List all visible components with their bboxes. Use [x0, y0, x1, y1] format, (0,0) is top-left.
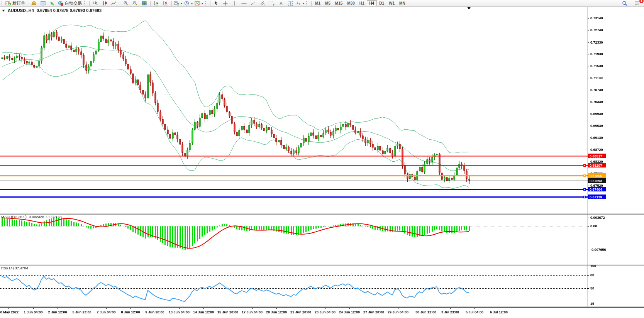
signal-icon: [50, 1, 55, 6]
chart-title-row: AUDUSD-,H4 0.67854 0.67878 0.67693 0.676…: [2, 8, 102, 13]
cursor-tool-button[interactable]: [212, 0, 221, 6]
text-tool-icon: A: [280, 1, 282, 6]
timeframe-m1-button[interactable]: M1: [313, 0, 323, 6]
macd-name: MACD(12,26,9): [1, 215, 27, 219]
tile-windows-button[interactable]: [140, 0, 149, 6]
timeframe-m15-button[interactable]: M15: [333, 0, 345, 6]
crosshair-icon: [223, 1, 228, 6]
dropdown-arrow-icon: [201, 3, 203, 4]
new-order-label: 新订单: [12, 0, 26, 6]
vertical-line-icon: [233, 1, 237, 6]
dropdown-arrow-icon: [180, 3, 183, 4]
new-order-button[interactable]: 新订单: [5, 0, 27, 6]
macd-indicator-label: MACD(12,26,9) -0.002328 -0.002163: [1, 215, 62, 219]
auto-trading-button[interactable]: 自动交易: [57, 0, 83, 6]
data-window-icon: [41, 1, 46, 6]
zoom-out-button[interactable]: [130, 0, 140, 6]
add-indicator-icon: [174, 1, 179, 6]
tile-windows-icon: [142, 1, 147, 6]
text-label-icon: T: [288, 1, 293, 6]
rsi-value: 37.4704: [15, 266, 28, 270]
notification-badge: 1: [639, 0, 644, 3]
auto-trading-icon: [58, 1, 63, 6]
cursor-icon: [214, 1, 219, 6]
arrows-icon: [296, 1, 301, 6]
gold-bars-icon: [31, 1, 37, 6]
search-icon: [622, 1, 628, 6]
horizontal-line-icon: [241, 1, 247, 6]
chart-shift-button[interactable]: [161, 0, 170, 6]
line-chart-icon: [111, 1, 117, 6]
toolbar-grip[interactable]: [205, 1, 208, 5]
chart-canvas[interactable]: [0, 0, 644, 318]
toolbar-grip[interactable]: [1, 1, 3, 5]
bar-chart-mode-button[interactable]: [91, 0, 100, 6]
equidistant-channel-icon: E: [260, 1, 265, 6]
timeframe-m30-button[interactable]: M30: [345, 0, 357, 6]
market-watch-button[interactable]: [29, 0, 39, 6]
auto-scroll-icon: [154, 1, 159, 6]
toolbar-separator: [89, 1, 90, 6]
zoom-in-button[interactable]: [121, 0, 130, 6]
new-order-icon: [5, 1, 11, 6]
dropdown-arrow-icon: [191, 3, 193, 4]
data-window-button[interactable]: [39, 0, 48, 6]
toolbar-separator: [28, 1, 28, 6]
timeframe-h1-button[interactable]: H1: [357, 0, 367, 6]
candlestick-icon: [102, 1, 107, 6]
chart-shift-icon: [163, 1, 168, 6]
templates-button[interactable]: [194, 0, 204, 6]
macd-values: -0.002328 -0.002163: [28, 215, 62, 219]
vertical-line-tool-button[interactable]: [230, 0, 239, 6]
collapse-arrow-icon[interactable]: [2, 10, 5, 12]
clock-icon: [184, 1, 190, 6]
zoom-in-icon: [123, 1, 129, 6]
main-toolbar: 新订单 自动交易: [0, 0, 644, 7]
toolbar-separator: [311, 1, 312, 6]
search-button[interactable]: [620, 0, 629, 6]
auto-scroll-button[interactable]: [152, 0, 161, 6]
chart-symbol-title: AUDUSD-,H4: [8, 8, 34, 13]
text-label-tool-button[interactable]: T: [286, 0, 295, 6]
toolbar-separator: [150, 1, 151, 6]
template-icon: [195, 1, 200, 6]
chart-quote-values: 0.67854 0.67878 0.67693 0.67693: [37, 8, 102, 13]
add-indicator-button[interactable]: [173, 0, 183, 6]
toolbar-grip[interactable]: [306, 1, 309, 5]
timeframe-w1-button[interactable]: W1: [386, 0, 397, 6]
svg-text:F: F: [273, 4, 275, 6]
trendline-tool-button[interactable]: [249, 0, 258, 6]
toolbar-separator: [171, 1, 172, 6]
timeframe-m5-button[interactable]: M5: [323, 0, 333, 6]
zoom-out-icon: [132, 1, 138, 6]
timeframe-mn-button[interactable]: MN: [397, 0, 408, 6]
toolbar-separator: [120, 1, 120, 6]
candlestick-mode-button[interactable]: [100, 0, 109, 6]
fibonacci-tool-button[interactable]: F: [267, 0, 276, 6]
timeframe-h4-button[interactable]: H4: [367, 0, 377, 6]
timeframe-d1-button[interactable]: D1: [377, 0, 386, 6]
horizontal-line-tool-button[interactable]: [239, 0, 249, 6]
rsi-name: RSI(14): [1, 266, 14, 270]
bar-chart-icon: [93, 1, 98, 6]
equidistant-channel-tool-button[interactable]: E: [258, 0, 267, 6]
auto-trading-label: 自动交易: [64, 0, 83, 6]
line-chart-mode-button[interactable]: [109, 0, 119, 6]
trendline-icon: [251, 1, 256, 6]
dropdown-arrow-icon: [302, 3, 305, 4]
arrows-tool-button[interactable]: [295, 0, 305, 6]
svg-text:E: E: [264, 3, 265, 6]
periods-button[interactable]: [183, 0, 194, 6]
fibonacci-icon: F: [269, 1, 275, 6]
toolbar-separator: [210, 1, 210, 6]
toolbar-grip[interactable]: [84, 1, 87, 5]
text-tool-button[interactable]: A: [276, 0, 286, 6]
notifications-button[interactable]: 1: [632, 0, 642, 6]
signals-button[interactable]: [48, 0, 57, 6]
crosshair-tool-button[interactable]: [221, 0, 230, 6]
rsi-indicator-label: RSI(14) 37.4704: [1, 266, 28, 270]
